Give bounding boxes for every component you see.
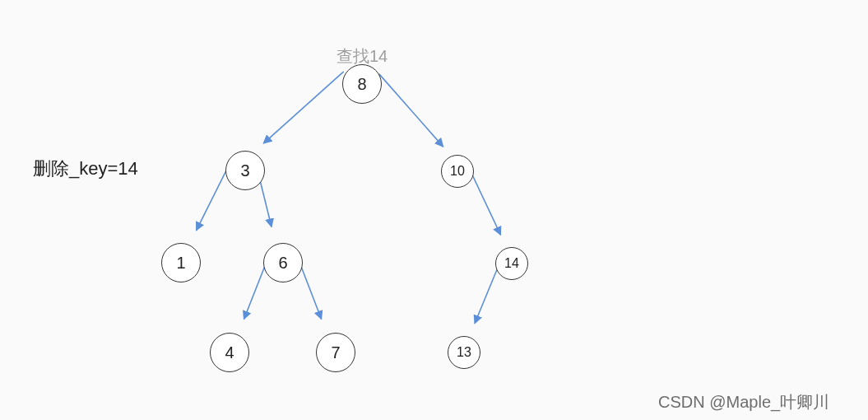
tree-node-6: 6 bbox=[263, 243, 303, 282]
diagram-canvas: 查找14 删除_key=14 8 3 10 1 6 14 4 7 13 CSDN… bbox=[0, 0, 868, 420]
tree-edge bbox=[379, 74, 443, 147]
action-label: 删除_key=14 bbox=[33, 156, 138, 181]
watermark-label: CSDN @Maple_叶卿川 bbox=[658, 391, 829, 413]
tree-node-3: 3 bbox=[225, 151, 265, 190]
tree-edge bbox=[469, 167, 501, 236]
tree-node-10: 10 bbox=[441, 155, 474, 188]
tree-node-7: 7 bbox=[316, 333, 355, 372]
tree-node-13: 13 bbox=[448, 336, 480, 369]
tree-node-root: 8 bbox=[342, 64, 382, 104]
tree-node-4: 4 bbox=[210, 333, 249, 372]
tree-edge bbox=[263, 72, 343, 143]
tree-edges bbox=[0, 0, 868, 420]
tree-node-1: 1 bbox=[161, 243, 201, 282]
tree-node-14: 14 bbox=[495, 247, 528, 280]
